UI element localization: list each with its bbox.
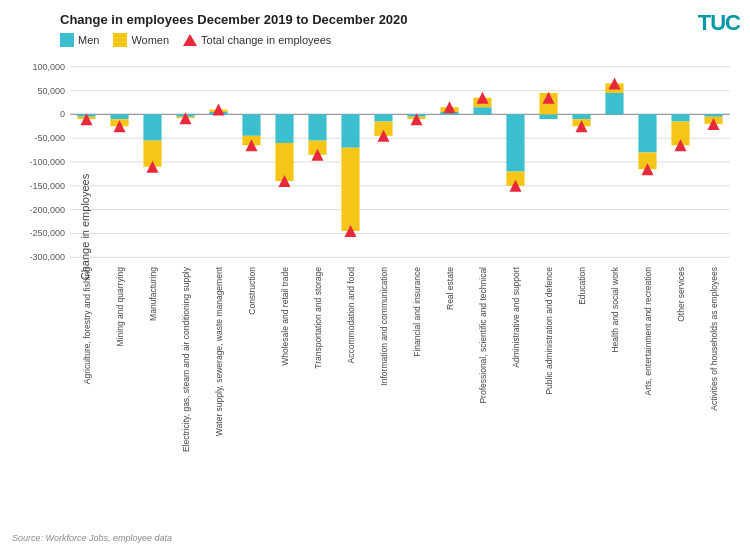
legend-total: Total change in employees	[183, 34, 331, 46]
svg-text:Construction: Construction	[247, 267, 257, 315]
women-label: Women	[131, 34, 169, 46]
svg-text:Professional, scientific and t: Professional, scientific and technical	[478, 267, 488, 404]
svg-text:Electricity, gas, steam and ai: Electricity, gas, steam and air conditio…	[181, 266, 191, 452]
svg-rect-42	[275, 114, 293, 143]
svg-text:Accommodation and food: Accommodation and food	[346, 267, 356, 364]
svg-rect-66	[473, 107, 491, 114]
chart-container: Change in employees December 2019 to Dec…	[0, 0, 750, 551]
total-triangle-icon	[183, 34, 197, 46]
total-label: Total change in employees	[201, 34, 331, 46]
women-color-box	[113, 33, 127, 47]
svg-text:Administrative and support: Administrative and support	[511, 266, 521, 367]
chart-svg: 100,00050,0000-50,000-100,000-150,000-20…	[70, 52, 730, 402]
svg-text:Information and communication: Information and communication	[379, 267, 389, 386]
svg-text:-300,000: -300,000	[29, 252, 65, 262]
svg-text:Manufacturing: Manufacturing	[148, 267, 158, 321]
men-color-box	[60, 33, 74, 47]
svg-text:Health and social work: Health and social work	[610, 266, 620, 352]
tuc-logo: TUC	[698, 10, 740, 36]
svg-text:Education: Education	[577, 267, 587, 305]
svg-text:0: 0	[60, 109, 65, 119]
svg-text:-200,000: -200,000	[29, 205, 65, 215]
svg-rect-90	[671, 114, 689, 121]
svg-text:Other services: Other services	[676, 267, 686, 322]
svg-text:-250,000: -250,000	[29, 228, 65, 238]
svg-rect-46	[308, 114, 326, 140]
svg-text:Mining and quarrying: Mining and quarrying	[115, 267, 125, 347]
svg-rect-54	[374, 114, 392, 121]
legend-women: Women	[113, 33, 169, 47]
men-label: Men	[78, 34, 99, 46]
svg-text:-150,000: -150,000	[29, 181, 65, 191]
svg-rect-74	[539, 114, 557, 119]
svg-text:Real estate: Real estate	[445, 267, 455, 310]
svg-rect-50	[341, 114, 359, 147]
svg-rect-38	[242, 114, 260, 135]
legend-men: Men	[60, 33, 99, 47]
svg-rect-70	[506, 114, 524, 171]
chart-title: Change in employees December 2019 to Dec…	[60, 12, 740, 27]
svg-text:50,000: 50,000	[37, 86, 65, 96]
svg-text:Public administration and defe: Public administration and defence	[544, 267, 554, 395]
svg-rect-94	[704, 114, 722, 116]
svg-text:100,000: 100,000	[32, 62, 65, 72]
svg-text:Arts, entertainment and recrea: Arts, entertainment and recreation	[643, 267, 653, 396]
svg-rect-22	[110, 114, 128, 119]
svg-rect-86	[638, 114, 656, 152]
svg-text:-100,000: -100,000	[29, 157, 65, 167]
source-text: Source: Workforce Jobs, employee data	[12, 533, 172, 543]
svg-text:Financial and insurance: Financial and insurance	[412, 267, 422, 357]
svg-rect-78	[572, 114, 590, 119]
svg-text:Wholesale and retail trade: Wholesale and retail trade	[280, 267, 290, 366]
svg-text:-50,000: -50,000	[34, 133, 65, 143]
svg-text:Transportation and storage: Transportation and storage	[313, 267, 323, 369]
svg-rect-26	[143, 114, 161, 140]
svg-rect-82	[605, 93, 623, 114]
svg-text:Water supply, sewerage, waste : Water supply, sewerage, waste management	[214, 266, 224, 436]
svg-text:Activities of households as em: Activities of households as employees	[709, 267, 719, 411]
svg-rect-51	[341, 148, 359, 231]
y-axis-label: Change in employees	[79, 157, 91, 297]
legend: Men Women Total change in employees	[60, 33, 740, 47]
